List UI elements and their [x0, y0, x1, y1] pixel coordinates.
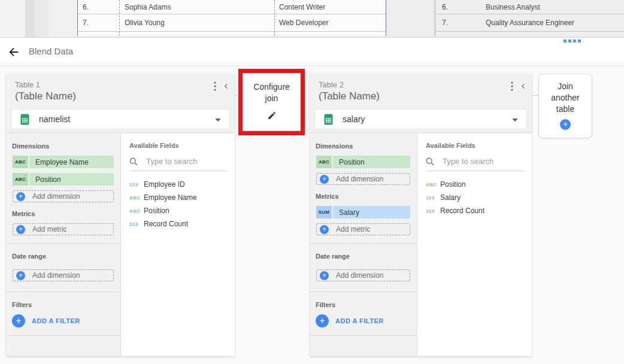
metric-chip[interactable]: SUM Salary: [316, 206, 410, 219]
add-date-dimension-button[interactable]: Add dimension: [316, 269, 410, 281]
plus-icon: [16, 271, 25, 280]
metrics-section-label: Metrics: [316, 193, 411, 200]
available-fields-title: Available Fields: [129, 142, 235, 149]
section-divider: [6, 335, 120, 336]
cell-position: Business Analyst: [486, 3, 540, 11]
column-guide-dashed: [119, 0, 120, 36]
dropdown-caret-icon: [215, 119, 221, 122]
blend-table-1-panel: Table 1 (Table Name) namelist Dimensio: [6, 74, 235, 356]
field-item[interactable]: ABC Position: [129, 204, 235, 217]
preview-table-left: 6. Sophia Adams Content Writer 7. Olivia…: [77, 0, 386, 36]
field-search[interactable]: [426, 156, 525, 171]
add-date-dimension-button[interactable]: Add dimension: [13, 269, 114, 281]
dimension-chip[interactable]: ABC Employee Name: [13, 156, 114, 168]
add-metric-button[interactable]: Add metric: [316, 223, 410, 235]
field-list: 123 Employee ID ABC Employee Name ABC Po…: [121, 178, 235, 230]
dimension-chip[interactable]: ABC Position: [316, 156, 410, 168]
add-filter-button[interactable]: ADD A FILTER: [316, 314, 417, 327]
plus-icon: [320, 175, 329, 184]
table-2-header: Table 2 (Table Name) salary: [310, 74, 532, 133]
add-dimension-button[interactable]: Add dimension: [316, 173, 410, 185]
back-arrow-icon[interactable]: [7, 46, 20, 59]
metrics-section-label: Metrics: [12, 210, 114, 217]
plus-icon: [16, 225, 25, 234]
field-search[interactable]: [129, 156, 228, 171]
section-divider: [310, 335, 417, 336]
configure-join-button[interactable]: Configure join: [243, 73, 301, 131]
cell-position: Web Developer: [279, 19, 329, 27]
plus-icon: [16, 192, 25, 201]
field-type-badge: ABC: [13, 156, 28, 168]
field-item[interactable]: 123 Record Count: [129, 217, 235, 230]
field-item[interactable]: ABC Position: [426, 178, 532, 191]
table-2-available-fields: Available Fields ABC Position 123 Salary…: [417, 134, 532, 356]
canvas-margin: [0, 0, 25, 37]
blend-data-screen: 6. Sophia Adams Content Writer 7. Olivia…: [0, 0, 624, 364]
field-type-badge: ABC: [129, 195, 144, 201]
add-metric-button[interactable]: Add metric: [13, 223, 114, 235]
table-row: 6. Sophia Adams Content Writer: [78, 0, 386, 14]
search-input[interactable]: [441, 156, 519, 166]
plus-icon: [560, 119, 571, 130]
search-icon: [129, 157, 138, 166]
canvas-margin-dark: [25, 0, 35, 37]
table-row: 6. Business Analyst: [435, 0, 624, 14]
field-type-badge: 123: [426, 208, 440, 214]
more-options-icon[interactable]: [511, 81, 513, 93]
aggregation-badge: SUM: [316, 206, 332, 219]
data-source-selector[interactable]: namelist: [11, 109, 230, 129]
blend-data-header: Blend Data: [0, 38, 624, 66]
search-input[interactable]: [145, 156, 223, 166]
search-icon: [426, 157, 434, 166]
section-divider: [6, 243, 120, 244]
dimensions-section-label: Dimensions: [12, 142, 114, 150]
data-source-selector[interactable]: salary: [314, 109, 527, 129]
more-options-icon[interactable]: [214, 81, 216, 93]
section-divider: [6, 292, 120, 292]
filters-section-label: Filters: [12, 301, 114, 308]
field-type-badge: ABC: [426, 182, 440, 187]
field-item[interactable]: 123 Record Count: [426, 204, 532, 217]
table-row: 7. Olivia Young Web Developer: [78, 14, 386, 32]
data-source-name: namelist: [39, 114, 70, 124]
table-2-config-column: Dimensions ABC Position Add dimension Me…: [310, 134, 417, 356]
available-fields-title: Available Fields: [426, 142, 532, 149]
row-number: 6.: [442, 3, 448, 11]
pencil-icon[interactable]: [243, 111, 300, 123]
collapse-chevron-icon[interactable]: [223, 82, 229, 93]
table-title: Table 2: [319, 80, 344, 89]
dropdown-caret-icon: [512, 119, 518, 122]
field-type-badge: 123: [129, 182, 144, 187]
field-type-badge: ABC: [129, 208, 144, 214]
plus-icon: [320, 225, 329, 234]
join-connector-line: [532, 95, 538, 96]
cell-position: Quality Assurance Engineer: [486, 19, 574, 27]
table-1-header: Table 1 (Table Name) namelist: [6, 74, 235, 133]
field-item[interactable]: 123 Salary: [426, 191, 532, 204]
column-guide-dashed: [274, 0, 275, 36]
field-item[interactable]: ABC Employee Name: [129, 191, 235, 204]
field-type-badge: ABC: [316, 156, 332, 168]
table-name-placeholder: (Table Name): [319, 90, 380, 102]
blend-table-2-panel: Table 2 (Table Name) salary Dimensions: [310, 74, 532, 356]
section-divider: [310, 243, 417, 244]
preview-table-right: 6. Business Analyst 7. Quality Assurance…: [435, 0, 624, 36]
date-range-section-label: Date range: [12, 253, 114, 260]
dimension-chip[interactable]: ABC Position: [13, 173, 114, 186]
dimension-chip-label: Employee Name: [29, 156, 114, 168]
cell-employee-name: Sophia Adams: [125, 3, 171, 11]
table-1-available-fields: Available Fields 123 Employee ID ABC Emp…: [121, 134, 235, 356]
table-title: Table 1: [15, 80, 40, 89]
section-divider: [310, 292, 417, 292]
field-type-badge: 123: [426, 195, 440, 201]
collapse-chevron-icon[interactable]: [520, 82, 526, 93]
add-filter-button[interactable]: ADD A FILTER: [12, 314, 120, 327]
table-1-config-column: Dimensions ABC Employee Name ABC Positio…: [6, 134, 121, 356]
table-name-placeholder: (Table Name): [15, 90, 76, 102]
join-another-table-button[interactable]: Join another table: [538, 74, 592, 138]
table-row: 7. Quality Assurance Engineer: [435, 14, 624, 32]
add-dimension-button[interactable]: Add dimension: [13, 190, 114, 202]
field-item[interactable]: 123 Employee ID: [129, 178, 235, 191]
canvas-margin: [35, 0, 49, 37]
plus-icon: [12, 314, 25, 327]
